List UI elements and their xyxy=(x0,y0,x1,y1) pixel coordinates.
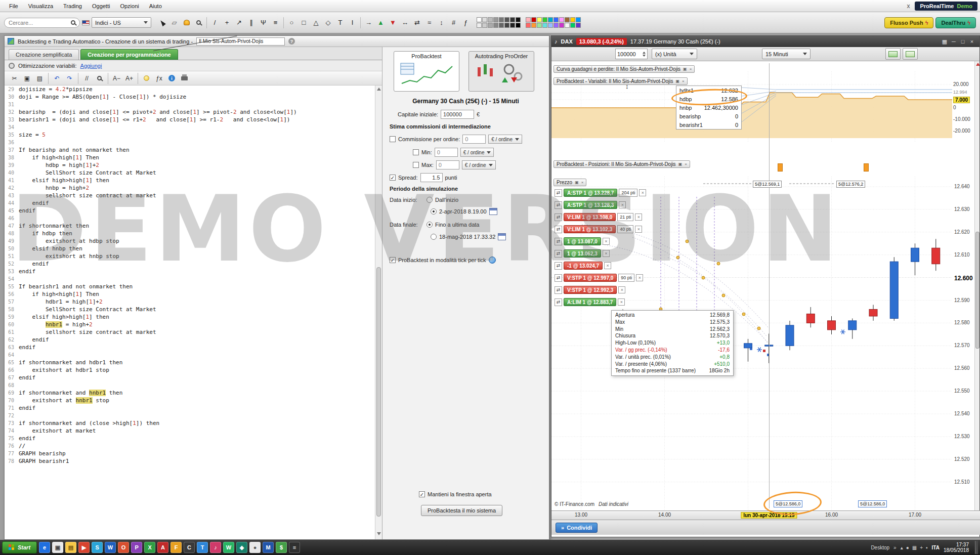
code-line[interactable]: 36 xyxy=(5,139,375,146)
code-editor[interactable]: 29dojisize = 4.2*pipsize30doji = Range >… xyxy=(5,86,375,539)
color-swatch[interactable] xyxy=(553,17,559,22)
order-transfer-icon[interactable]: ⇄ xyxy=(555,262,562,270)
min-checkbox[interactable] xyxy=(413,149,419,155)
tab-probacktest[interactable]: ProBacktest xyxy=(394,51,459,92)
color-swatch[interactable] xyxy=(542,23,547,28)
triangle-shape-icon[interactable]: △ xyxy=(310,17,322,29)
tick-mode-checkbox[interactable] xyxy=(390,257,396,263)
color-swatch[interactable] xyxy=(516,23,521,28)
taskbar-app-icon[interactable]: F xyxy=(171,542,182,553)
color-swatch[interactable] xyxy=(482,23,487,28)
code-line[interactable]: 45endif xyxy=(5,207,375,215)
show-desktop-button[interactable] xyxy=(975,541,978,554)
order-transfer-icon[interactable]: ⇄ xyxy=(555,226,562,233)
sell-order-label[interactable]: V:STP 1 @ 12.992,3 xyxy=(564,286,617,294)
color-swatch[interactable] xyxy=(559,17,564,22)
menu-aiuto[interactable]: Aiuto xyxy=(144,1,167,11)
eraser-icon[interactable]: ▱ xyxy=(168,17,180,29)
cursor-icon[interactable] xyxy=(156,17,168,29)
hint-bulb-icon[interactable] xyxy=(141,73,152,84)
menu-file[interactable]: File xyxy=(4,1,23,11)
menu-visualizza[interactable]: Visualizza xyxy=(23,1,58,11)
price-panel-header[interactable]: Prezzo ▣ × xyxy=(553,179,586,186)
indicator-icon[interactable]: ƒ xyxy=(460,17,472,29)
alerts-bell-icon[interactable] xyxy=(181,17,192,29)
wave-icon[interactable]: ≈ xyxy=(423,17,435,29)
taskbar-app-icon[interactable]: P xyxy=(131,542,142,553)
code-line[interactable]: 44 endif xyxy=(5,199,375,207)
taskbar-clock[interactable]: 17:37 18/05/2018 xyxy=(944,542,971,553)
order-price-tag-bottom[interactable]: 5@12.586,0 xyxy=(774,500,802,507)
color-swatch[interactable] xyxy=(570,17,575,22)
capital-input[interactable] xyxy=(441,110,474,119)
help-icon[interactable]: ? xyxy=(288,38,295,45)
code-line[interactable]: 31 xyxy=(5,101,375,108)
color-swatch[interactable] xyxy=(526,23,531,28)
extend-icon[interactable]: ↔ xyxy=(399,17,411,29)
tray-icon[interactable]: ▪ xyxy=(926,545,928,550)
color-swatch[interactable] xyxy=(499,23,504,28)
start-from-beginning-radio[interactable] xyxy=(427,197,433,203)
arrow-up-icon[interactable]: ▲ xyxy=(375,17,387,29)
color-swatch[interactable] xyxy=(553,23,559,28)
buy-order-label[interactable]: A:LIM 1 @ 12.883,7 xyxy=(564,298,616,306)
dealthru-button[interactable]: DealThru ϟ xyxy=(935,17,976,28)
code-line[interactable]: 35size = 5 xyxy=(5,131,375,139)
max-unit-dropdown[interactable]: € / ordine xyxy=(462,160,496,169)
code-line[interactable]: 59 elsif high>high[1] then xyxy=(5,313,375,321)
chart-style-button[interactable] xyxy=(885,48,901,60)
taskbar-app-icon[interactable]: ● xyxy=(249,542,261,553)
color-swatch[interactable] xyxy=(516,17,521,22)
color-swatch[interactable] xyxy=(499,17,504,22)
code-line[interactable]: 78GRAPH bearishr1 xyxy=(5,457,375,465)
code-line[interactable]: 66 exitshort at hdbr1 stop xyxy=(5,366,375,374)
color-swatch[interactable] xyxy=(565,17,570,22)
pitchfork-icon[interactable]: Ψ xyxy=(258,17,269,29)
order-transfer-icon[interactable]: ⇄ xyxy=(555,286,562,294)
tray-icon[interactable]: ▴ xyxy=(901,545,903,550)
maximize-icon[interactable]: □ xyxy=(958,37,967,46)
taskbar-app-icon[interactable]: O xyxy=(118,542,129,553)
buy-order-label[interactable]: 1 @ 13.062,3 xyxy=(564,249,601,258)
taskbar-app-icon[interactable]: $ xyxy=(276,542,287,553)
panel-close-icon[interactable]: × xyxy=(682,79,685,83)
parallel-lines-icon[interactable]: ∥ xyxy=(245,17,257,29)
tab-creazione-programmazione[interactable]: Creazione per programmazione xyxy=(80,49,178,60)
code-line[interactable]: 70 exitshort at hnbr1 stop xyxy=(5,397,375,404)
order-close-button[interactable]: × xyxy=(603,250,610,257)
cut-icon[interactable]: ✂ xyxy=(9,73,20,84)
tray-icon[interactable]: + xyxy=(920,545,923,550)
color-swatch[interactable] xyxy=(531,23,536,28)
code-line[interactable]: 41 elsif high>high[1] then xyxy=(5,177,375,184)
tab-autotrading-proorder[interactable]: Autotrading ProOrder xyxy=(468,51,534,92)
order-close-button[interactable]: × xyxy=(618,286,625,293)
code-line[interactable]: 49 exitshort at hdbp stop xyxy=(5,237,375,245)
variable-row-bearishr1[interactable]: bearishr10 xyxy=(676,120,741,129)
taskbar-app-icon[interactable]: ≡ xyxy=(289,542,300,553)
calendar-icon[interactable] xyxy=(489,208,497,215)
arrow-down-icon[interactable]: ▼ xyxy=(387,17,399,29)
code-line[interactable]: 63endif xyxy=(5,344,375,351)
price-axis-scrollbar[interactable] xyxy=(974,61,979,510)
code-line[interactable]: 72 xyxy=(5,412,375,419)
color-swatch[interactable] xyxy=(570,23,575,28)
code-line[interactable]: 73if shortonmarket and (close >high[1]) … xyxy=(5,419,375,427)
color-swatch[interactable] xyxy=(510,23,515,28)
code-line[interactable]: 32bearishp = (doji and close[1] <= pivot… xyxy=(5,108,375,116)
variables-panel-header[interactable]: ProBacktest - Variabili: Il Mio Sis-Auto… xyxy=(553,77,688,85)
color-swatch[interactable] xyxy=(488,17,493,22)
menu-oggetti[interactable]: Oggetti xyxy=(87,1,115,11)
taskbar-app-icon[interactable]: S xyxy=(92,542,103,553)
taskbar-app-icon[interactable]: W xyxy=(105,542,116,553)
code-line[interactable]: 29dojisize = 4.2*pipsize xyxy=(5,86,375,93)
order-price-tag[interactable]: 5@12.576,2 xyxy=(836,181,865,188)
order-close-button[interactable]: × xyxy=(639,189,646,196)
color-swatch[interactable] xyxy=(548,23,553,28)
code-line[interactable]: 60 hnbr1 = high+2 xyxy=(5,321,375,328)
taskbar-app-icon[interactable]: e xyxy=(39,542,50,553)
code-line[interactable]: 62 endif xyxy=(5,336,375,344)
units-dropdown[interactable]: (x) Unità xyxy=(652,49,697,59)
taskbar-app-icon[interactable]: T xyxy=(197,542,208,553)
panel-copy-icon[interactable]: ▣ xyxy=(678,162,683,166)
order-transfer-icon[interactable]: ⇄ xyxy=(555,201,562,209)
